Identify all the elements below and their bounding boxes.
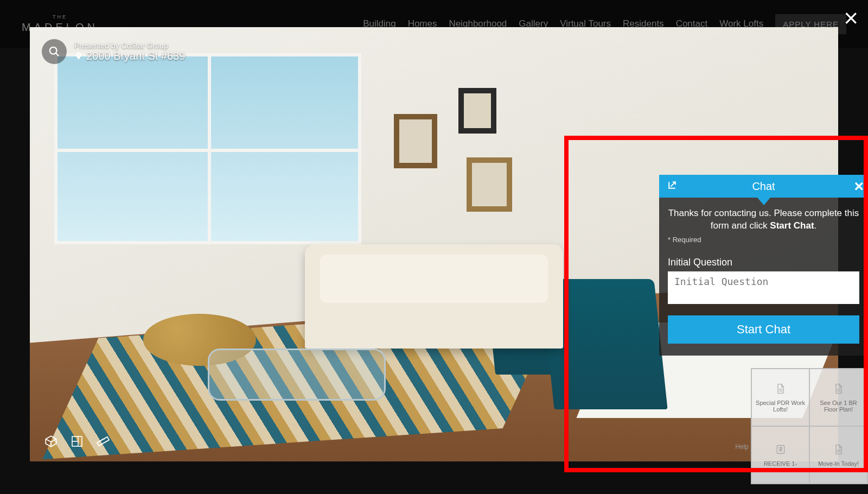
modal-close-button[interactable]: × — [844, 5, 858, 30]
promo-tile[interactable]: RECEIVE 1- — [751, 426, 809, 484]
promo-grid: Special PDR Work Lofts! See Our 1 BR Flo… — [751, 368, 868, 484]
chat-header: Chat × — [659, 175, 868, 198]
popout-icon — [667, 180, 678, 191]
chat-popout-button[interactable] — [667, 180, 678, 193]
promo-label: Move-In Today! — [818, 460, 859, 467]
document-icon — [775, 382, 786, 395]
tour-measure-icon[interactable] — [96, 434, 110, 448]
svg-rect-7 — [97, 437, 109, 446]
promo-label: RECEIVE 1- — [764, 460, 797, 467]
tour-presented-by: Presented by CoStar Group — [74, 41, 185, 50]
search-icon — [48, 46, 60, 58]
help-label[interactable]: Help — [735, 443, 749, 451]
tour-floorplan-icon[interactable] — [70, 434, 84, 448]
chat-close-button[interactable]: × — [854, 177, 864, 195]
promo-tile[interactable]: Move-In Today! — [809, 426, 867, 484]
tour-top-bar: Presented by CoStar Group 2000 Bryant St… — [42, 39, 185, 64]
dollar-icon — [775, 443, 786, 456]
document-icon — [833, 443, 844, 456]
tour-info: Presented by CoStar Group 2000 Bryant St… — [74, 41, 185, 62]
svg-line-8 — [100, 440, 101, 441]
chat-required-note: * Required — [668, 236, 859, 244]
wall-art — [458, 88, 496, 134]
chat-header-caret — [757, 198, 770, 205]
svg-point-0 — [50, 47, 57, 54]
chat-msg-post: . — [814, 220, 817, 231]
chat-welcome-message: Thanks for contacting us. Please complet… — [668, 207, 859, 232]
chat-body: Thanks for contacting us. Please complet… — [659, 198, 868, 356]
chat-widget: Chat × Thanks for contacting us. Please … — [659, 175, 868, 356]
svg-line-10 — [104, 439, 104, 440]
chat-initial-question-input[interactable] — [668, 271, 859, 304]
promo-tile[interactable]: Special PDR Work Lofts! — [751, 369, 809, 426]
tour-bottom-toolbar — [44, 434, 110, 448]
promo-tile[interactable]: See Our 1 BR Floor Plan! — [809, 369, 867, 426]
svg-line-9 — [102, 439, 103, 440]
document-icon — [833, 382, 844, 395]
tour-search-button[interactable] — [42, 39, 67, 64]
location-pin-icon — [74, 52, 83, 60]
tour-3d-icon[interactable] — [44, 434, 58, 448]
chat-field-label: Initial Question — [668, 257, 859, 268]
sofa — [305, 244, 564, 349]
chat-title: Chat — [659, 180, 868, 193]
svg-line-11 — [671, 182, 675, 186]
tour-address: 2000 Bryant St #639 — [86, 50, 185, 62]
coffee-table — [208, 349, 386, 401]
promo-label: See Our 1 BR Floor Plan! — [813, 400, 864, 413]
wall-art — [394, 114, 437, 168]
svg-line-1 — [56, 53, 59, 56]
chat-msg-pre: Thanks for contacting us. Please complet… — [668, 208, 859, 231]
chat-start-button[interactable]: Start Chat — [668, 315, 859, 344]
room-window — [54, 53, 361, 244]
promo-label: Special PDR Work Lofts! — [755, 400, 806, 413]
chat-msg-bold: Start Chat — [770, 220, 814, 231]
wall-art — [467, 157, 512, 212]
